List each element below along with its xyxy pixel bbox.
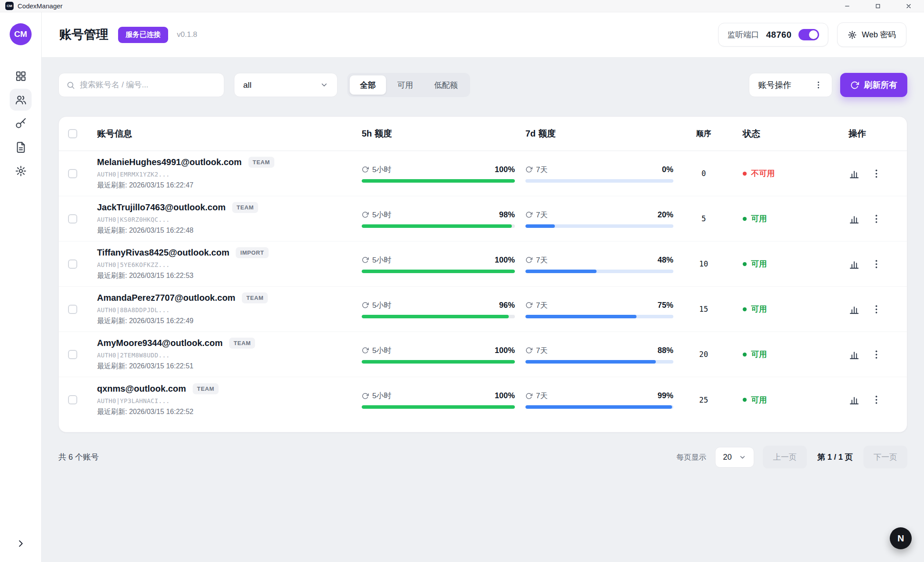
column-header-actions: 操作	[787, 128, 907, 140]
status-text: 可用	[751, 304, 767, 314]
next-page-button[interactable]: 下一页	[863, 446, 907, 468]
kebab-menu-icon	[814, 80, 823, 90]
sidebar-item-accounts[interactable]	[10, 89, 32, 111]
row-checkbox[interactable]	[68, 259, 77, 269]
status-text: 可用	[751, 349, 767, 360]
port-toggle[interactable]	[798, 29, 819, 40]
sidebar-nav	[10, 65, 32, 182]
sidebar-item-dashboard[interactable]	[10, 65, 32, 87]
table-row: MelanieHughes4991@outlook.com TEAM AUTH0…	[59, 151, 907, 196]
account-type-badge: IMPORT	[236, 247, 268, 258]
sidebar-item-logs[interactable]	[10, 136, 32, 158]
quota-7d-bar	[525, 315, 673, 318]
segment-low-quota[interactable]: 低配额	[424, 75, 468, 95]
quota-7d-label: 7天	[536, 391, 547, 401]
account-status: 可用	[723, 259, 787, 269]
toolbar: all 全部 可用 低配额 账号操作 刷新所有	[58, 73, 907, 97]
table-row: qxnms@outlook.com TEAM AUTH0|YP3LAHNACI.…	[59, 377, 907, 422]
status-dot-icon	[743, 398, 747, 402]
status-text: 可用	[751, 213, 767, 224]
chevron-down-icon	[739, 454, 746, 461]
account-last-refresh: 最近刷新: 2026/03/15 16:22:48	[97, 226, 362, 235]
app-avatar: CM	[10, 23, 32, 45]
table-row: JackTrujillo7463@outlook.com TEAM AUTH0|…	[59, 196, 907, 241]
row-menu-button[interactable]	[871, 259, 882, 270]
table-row: AmyMoore9344@outlook.com TEAM AUTH0|2TEM…	[59, 332, 907, 377]
prev-page-button[interactable]: 上一页	[763, 446, 807, 468]
minimize-button[interactable]	[832, 0, 863, 12]
stats-chart-button[interactable]	[848, 304, 859, 315]
row-checkbox[interactable]	[68, 395, 77, 404]
web-password-button[interactable]: Web 密码	[837, 22, 906, 47]
select-all-checkbox[interactable]	[68, 129, 77, 138]
refresh-icon	[525, 166, 532, 173]
row-checkbox[interactable]	[68, 350, 77, 359]
status-dot-icon	[743, 217, 747, 221]
stats-chart-button[interactable]	[848, 394, 859, 405]
file-icon	[15, 141, 27, 153]
quota-7d-percent: 0%	[662, 165, 673, 174]
stats-chart-button[interactable]	[848, 168, 859, 179]
sidebar-item-settings[interactable]	[10, 160, 32, 182]
refresh-all-label: 刷新所有	[864, 79, 897, 91]
account-auth-id: AUTH0|5YE6KOFKZZ...	[97, 261, 362, 268]
segment-available[interactable]: 可用	[387, 75, 423, 95]
row-menu-button[interactable]	[871, 394, 882, 405]
status-dot-icon	[743, 172, 747, 176]
search-input[interactable]	[80, 80, 216, 90]
row-menu-button[interactable]	[871, 304, 882, 315]
quota-5h-label: 5小时	[372, 300, 391, 310]
connection-status-badge: 服务已连接	[118, 27, 168, 43]
quota-5h-label: 5小时	[372, 255, 391, 265]
account-auth-id: AUTH0|KS0RZ0HKQC...	[97, 216, 362, 223]
row-menu-button[interactable]	[871, 349, 882, 360]
quota-7d-percent: 88%	[658, 346, 673, 355]
sidebar-item-keys[interactable]	[10, 112, 32, 134]
account-last-refresh: 最近刷新: 2026/03/15 16:22:53	[97, 271, 362, 281]
row-menu-button[interactable]	[871, 168, 882, 179]
quota-7d-bar	[525, 405, 673, 409]
quota-5h-label: 5小时	[372, 210, 391, 220]
close-button[interactable]	[893, 0, 924, 12]
quota-7d-bar-fill	[525, 270, 597, 273]
quota-5h-bar	[362, 179, 515, 183]
order-value: 10	[684, 259, 723, 268]
refresh-all-button[interactable]: 刷新所有	[840, 73, 907, 97]
account-status: 可用	[723, 213, 787, 224]
order-value: 15	[684, 305, 723, 313]
account-type-badge: TEAM	[242, 292, 268, 303]
account-type-badge: TEAM	[248, 157, 274, 168]
filter-dropdown[interactable]: all	[234, 73, 338, 97]
floating-assistant-button[interactable]: N	[890, 527, 912, 549]
per-page-dropdown[interactable]: 20	[715, 447, 754, 468]
quota-5h-bar	[362, 360, 515, 364]
quota-5h-percent: 100%	[495, 256, 515, 265]
quota-5h-percent: 100%	[495, 165, 515, 174]
stats-chart-button[interactable]	[848, 213, 859, 224]
quota-7d-percent: 48%	[658, 256, 673, 265]
stats-chart-button[interactable]	[848, 349, 859, 360]
sidebar-expand-button[interactable]	[12, 535, 29, 552]
quota-7d-bar	[525, 224, 673, 228]
row-checkbox[interactable]	[68, 169, 77, 178]
account-actions-button[interactable]: 账号操作	[749, 73, 832, 97]
status-filter-segments: 全部 可用 低配额	[347, 73, 470, 97]
quota-5h-percent: 96%	[499, 301, 515, 310]
segment-all[interactable]: 全部	[349, 75, 386, 95]
gear-icon	[15, 165, 27, 177]
status-text: 可用	[751, 395, 767, 405]
maximize-button[interactable]	[863, 0, 893, 12]
row-checkbox[interactable]	[68, 305, 77, 314]
refresh-icon	[362, 166, 369, 173]
stats-chart-button[interactable]	[848, 259, 859, 270]
listen-port-box: 监听端口 48760	[718, 23, 828, 47]
account-status: 不可用	[723, 168, 787, 179]
chevron-down-icon	[320, 81, 328, 89]
row-menu-button[interactable]	[871, 213, 882, 224]
quota-7d-bar	[525, 179, 673, 183]
row-checkbox[interactable]	[68, 214, 77, 223]
page-indicator: 第 1 / 1 页	[817, 452, 853, 462]
status-dot-icon	[743, 262, 747, 266]
quota-7d-percent: 99%	[658, 391, 673, 400]
accounts-table: 账号信息 5h 额度 7d 额度 顺序 状态 操作 MelanieHughes4…	[58, 116, 907, 432]
